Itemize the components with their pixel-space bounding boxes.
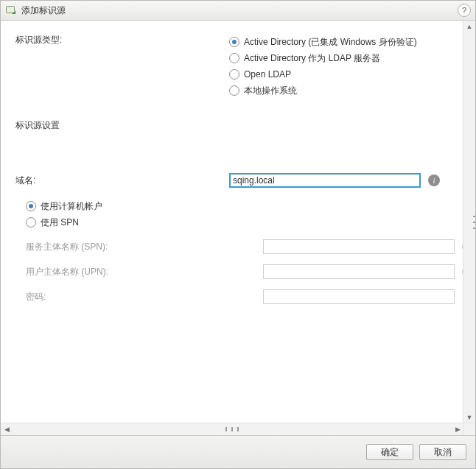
main-area: 标识源类型: Active Directory (已集成 Windows 身份验…: [1, 21, 475, 435]
spn-input: [263, 239, 455, 254]
radio-open-ldap-label: Open LDAP: [244, 69, 291, 80]
radio-use-machine-account-label: 使用计算机帐户: [41, 200, 102, 213]
radio-dot-icon: [26, 201, 36, 211]
radio-ad-ldap-label: Active Directory 作为 LDAP 服务器: [244, 52, 380, 65]
vscroll-grip-icon[interactable]: [473, 216, 475, 229]
type-row: 标识源类型: Active Directory (已集成 Windows 身份验…: [15, 34, 452, 99]
vscroll-track[interactable]: [463, 32, 475, 412]
password-row: 密码:: [15, 289, 452, 304]
horizontal-scrollbar[interactable]: ◀ ▶: [1, 423, 463, 435]
radio-dot-icon: [229, 53, 239, 63]
radio-local-os[interactable]: 本地操作系统: [229, 82, 297, 99]
upn-row: 用户主体名称 (UPN): i: [15, 264, 452, 279]
domain-label: 域名:: [15, 174, 229, 187]
dialog-footer: 确定 取消: [1, 435, 475, 468]
identity-source-icon: [5, 4, 17, 16]
help-icon[interactable]: ?: [458, 4, 471, 17]
scroll-down-arrow-icon[interactable]: ▼: [463, 412, 475, 423]
radio-ad-integrated-label: Active Directory (已集成 Windows 身份验证): [244, 36, 417, 49]
info-icon[interactable]: i: [428, 174, 440, 186]
settings-section-title: 标识源设置: [15, 119, 452, 132]
hscroll-grip-icon[interactable]: [225, 427, 239, 431]
spn-label: 服务主体名称 (SPN):: [15, 241, 263, 253]
scroll-left-arrow-icon[interactable]: ◀: [1, 423, 13, 435]
cancel-button[interactable]: 取消: [419, 444, 466, 460]
content-pane: 标识源类型: Active Directory (已集成 Windows 身份验…: [1, 21, 463, 423]
domain-row: 域名: i: [15, 173, 452, 188]
upn-label: 用户主体名称 (UPN):: [15, 266, 263, 278]
radio-dot-icon: [229, 85, 239, 96]
type-label: 标识源类型:: [15, 34, 229, 46]
domain-input[interactable]: [229, 173, 421, 188]
window-title: 添加标识源: [21, 4, 458, 17]
dialog-window: 添加标识源 ? 标识源类型: Active Directory (已集成 Win…: [0, 0, 476, 469]
password-label: 密码:: [15, 291, 263, 303]
radio-ad-integrated[interactable]: Active Directory (已集成 Windows 身份验证): [229, 34, 417, 50]
radio-use-machine-account[interactable]: 使用计算机帐户: [26, 198, 452, 214]
radio-use-spn-label: 使用 SPN: [41, 216, 79, 229]
radio-use-spn[interactable]: 使用 SPN: [26, 214, 452, 230]
radio-local-os-label: 本地操作系统: [244, 85, 297, 97]
scroll-up-arrow-icon[interactable]: ▲: [463, 21, 475, 32]
password-input: [263, 289, 455, 304]
upn-input: [263, 264, 455, 279]
radio-dot-icon: [229, 69, 239, 80]
radio-open-ldap[interactable]: Open LDAP: [229, 66, 291, 82]
radio-dot-icon: [229, 37, 239, 47]
account-mode-group: 使用计算机帐户 使用 SPN: [15, 198, 452, 230]
titlebar: 添加标识源 ?: [1, 1, 475, 21]
radio-dot-icon: [26, 217, 36, 228]
ok-button[interactable]: 确定: [366, 444, 413, 460]
radio-ad-ldap[interactable]: Active Directory 作为 LDAP 服务器: [229, 50, 380, 66]
scroll-right-arrow-icon[interactable]: ▶: [452, 423, 463, 435]
vertical-scrollbar[interactable]: ▲ ▼: [463, 21, 475, 423]
spn-row: 服务主体名称 (SPN): i: [15, 239, 452, 254]
scrollbar-corner: [463, 423, 475, 435]
